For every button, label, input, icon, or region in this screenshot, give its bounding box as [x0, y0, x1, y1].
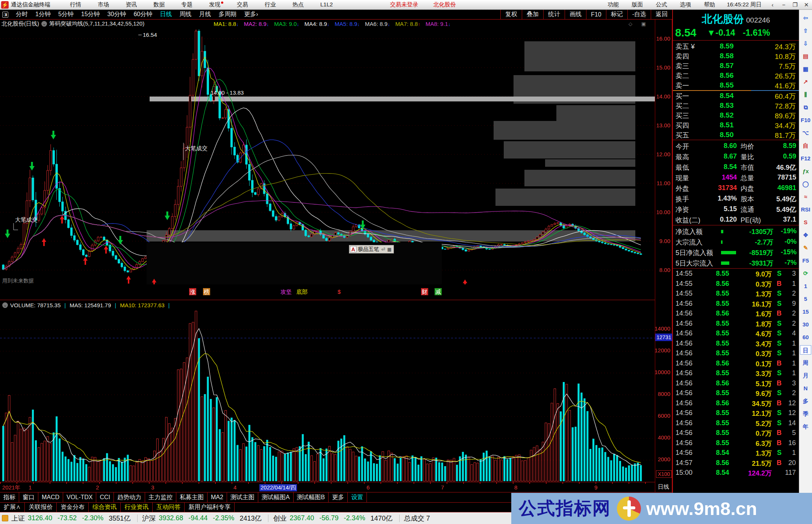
- period-5分钟[interactable]: 5分钟: [55, 11, 77, 18]
- grid-table-icon[interactable]: ▦: [800, 64, 811, 74]
- buy-row[interactable]: 买五8.5081.7万: [673, 130, 799, 140]
- period-15分钟[interactable]: 15分钟: [77, 11, 104, 18]
- strip-period-1[interactable]: 1: [800, 281, 811, 291]
- strip-period-quarter[interactable]: 季: [800, 409, 811, 418]
- ime-toolbar[interactable]: A 极品五笔 ⏎ ▦: [349, 245, 394, 254]
- period-更多›[interactable]: 更多›: [240, 11, 262, 18]
- collapse-button[interactable]: ‹: [767, 2, 778, 8]
- pages-icon[interactable]: ⧉: [800, 103, 811, 112]
- menu-item-版面[interactable]: 版面: [625, 1, 649, 8]
- transaction-row[interactable]: 14:568.5512.1万S12: [673, 408, 799, 418]
- menu-item-资讯[interactable]: 资讯: [117, 1, 145, 8]
- f12-icon[interactable]: F12: [800, 154, 811, 163]
- period-60分钟[interactable]: 60分钟: [130, 11, 156, 18]
- ime-enter-icon[interactable]: ⏎: [381, 247, 385, 252]
- transaction-row[interactable]: 14:568.550.3万S1: [673, 349, 799, 359]
- strip-period-month[interactable]: 月: [800, 371, 811, 380]
- transaction-row[interactable]: 14:568.553.4万S1: [673, 339, 799, 349]
- transaction-row[interactable]: 14:578.5621.5万B20: [673, 458, 799, 468]
- chart-corner-icons[interactable]: ◇ ▣: [629, 21, 650, 27]
- stock-shortcut[interactable]: 北化股份: [426, 1, 463, 8]
- strip-period-5[interactable]: 5: [800, 294, 811, 304]
- restore-button[interactable]: ❐: [789, 2, 801, 8]
- tool-统计[interactable]: 统计: [543, 10, 565, 20]
- menu-item-公式[interactable]: 公式: [649, 1, 673, 8]
- wave-icon[interactable]: ≈: [800, 192, 811, 201]
- trade-login-status[interactable]: 交易未登录: [382, 1, 426, 8]
- strip-period-30[interactable]: 30: [800, 320, 811, 329]
- buy-row[interactable]: 买二8.5372.8万: [673, 101, 799, 110]
- menu-item-热点[interactable]: 热点: [284, 1, 312, 8]
- sell-row[interactable]: 卖一8.5541.6万: [673, 80, 799, 90]
- refresh-icon[interactable]: ⟳: [800, 269, 811, 278]
- tab-VOL-TDX[interactable]: VOL-TDX: [63, 492, 96, 502]
- period-1分钟[interactable]: 1分钟: [32, 11, 55, 18]
- strip-period-multi[interactable]: 多: [800, 396, 811, 406]
- transaction-row[interactable]: 14:568.5516.1万S9: [673, 299, 799, 309]
- buy-row[interactable]: 买四8.5134.4万: [673, 120, 799, 130]
- extend-互动问答[interactable]: 互动问答: [153, 503, 185, 512]
- tab-主力监控[interactable]: 主力监控: [145, 492, 176, 502]
- tool-返回[interactable]: 返回: [651, 10, 672, 20]
- quote-report-icon[interactable]: ▤: [800, 51, 811, 61]
- tab-测试幅图B[interactable]: 测试幅图B: [294, 492, 329, 502]
- transaction-row[interactable]: 14:568.559.6万S2: [673, 388, 799, 399]
- sell-row[interactable]: 卖三8.577.5万: [673, 61, 799, 71]
- formula-icon[interactable]: ƒx: [800, 166, 811, 176]
- strip-period-year[interactable]: 年: [800, 422, 811, 431]
- buy-row[interactable]: 买三8.5289.6万: [673, 110, 799, 120]
- move-icon[interactable]: ✥: [800, 230, 811, 240]
- extend-扩展∧[interactable]: 扩展∧: [0, 503, 25, 512]
- indicator-name[interactable]: 筹码突破均线(5,7,11,21,34,42,55,120): [49, 20, 144, 27]
- menu-item-交易[interactable]: 交易: [229, 1, 256, 8]
- period-日线[interactable]: 日线: [156, 11, 176, 18]
- transaction-row[interactable]: 14:568.550.7万B5: [673, 428, 799, 438]
- extend-新用户福利专享[interactable]: 新用户福利专享: [185, 503, 235, 512]
- period-多周期[interactable]: 多周期: [215, 11, 240, 18]
- tab-趋势动力[interactable]: 趋势动力: [114, 492, 145, 502]
- tool-F10[interactable]: F10: [586, 10, 606, 20]
- transaction-row[interactable]: 14:558.559.0万S3: [673, 269, 799, 279]
- extend-关联报价[interactable]: 关联报价: [25, 503, 57, 512]
- transaction-row[interactable]: 15:008.54124.2万117: [673, 468, 799, 478]
- tab-窗口[interactable]: 窗口: [19, 492, 38, 502]
- period-30分钟[interactable]: 30分钟: [104, 11, 130, 18]
- menu-item-市场[interactable]: 市场: [89, 1, 117, 8]
- ime-keyboard-icon[interactable]: ▦: [387, 247, 391, 252]
- transaction-row[interactable]: 14:568.555.2万S14: [673, 418, 799, 429]
- menu-item-数据[interactable]: 数据: [145, 1, 173, 8]
- strip-period-day[interactable]: 日: [800, 345, 811, 355]
- tab-更多[interactable]: 更多: [329, 492, 348, 502]
- minimize-button[interactable]: −: [778, 2, 789, 8]
- transaction-row[interactable]: 14:568.554.6万S4: [673, 329, 799, 339]
- tab-CCI[interactable]: CCI: [96, 492, 114, 502]
- close-button[interactable]: ✕: [801, 2, 812, 8]
- line-chart-icon[interactable]: ↗: [800, 77, 811, 86]
- tool-复权[interactable]: 复权: [500, 10, 522, 20]
- tab-测试主图[interactable]: 测试主图: [227, 492, 258, 502]
- transaction-row[interactable]: 14:568.565.1万B3: [673, 379, 799, 389]
- tool-画线[interactable]: 画线: [565, 10, 586, 20]
- ime-mode-icon[interactable]: A: [350, 246, 356, 252]
- period-分时[interactable]: 分时: [12, 11, 32, 18]
- transaction-row[interactable]: 14:568.561.6万B2: [673, 309, 799, 319]
- menu-item-行情[interactable]: 行情: [62, 1, 89, 8]
- menu-item-帮助[interactable]: 帮助: [697, 1, 721, 8]
- tab-MACD[interactable]: MACD: [38, 492, 63, 502]
- up-arrow-icon[interactable]: ⇧: [800, 26, 811, 35]
- pencil-icon[interactable]: ✎: [800, 243, 811, 252]
- down-arrow-icon[interactable]: ⇩: [800, 39, 811, 48]
- tab-指标[interactable]: 指标: [0, 492, 19, 502]
- strip-period-15[interactable]: 15: [800, 307, 811, 316]
- strip-period-n[interactable]: N: [800, 384, 811, 393]
- transaction-row[interactable]: 14:568.5634.5万B12: [673, 399, 799, 409]
- volume-chart[interactable]: [0, 310, 655, 482]
- tab-测试幅图A[interactable]: 测试幅图A: [258, 492, 294, 502]
- tool-标记[interactable]: 标记: [606, 10, 627, 20]
- transaction-row[interactable]: 14:568.551.8万S2: [673, 319, 799, 329]
- volume-collapse-icon[interactable]: ⌄: [2, 302, 8, 308]
- period-周线[interactable]: 周线: [176, 11, 195, 18]
- kline-icon[interactable]: ⫼: [800, 90, 811, 99]
- tab-私募主图[interactable]: 私募主图: [176, 492, 208, 502]
- f10-icon[interactable]: F10: [800, 115, 811, 125]
